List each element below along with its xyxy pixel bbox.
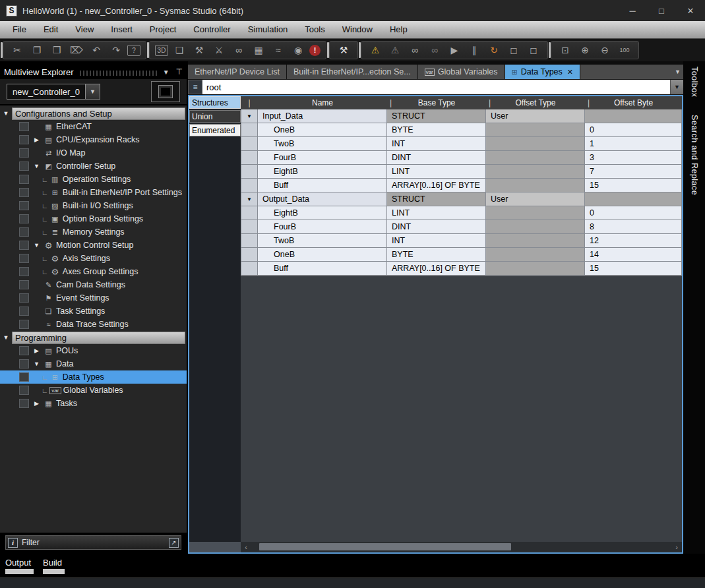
base-type-cell[interactable]: STRUCT	[387, 109, 486, 123]
base-type-cell[interactable]: STRUCT	[387, 192, 486, 206]
tree-item[interactable]: ▼ ⚙ Motion Control Setup	[0, 239, 187, 252]
offset-type-cell[interactable]	[486, 220, 585, 234]
toolbar-button[interactable]: ▶	[446, 42, 463, 58]
offset-byte-cell[interactable]: 0	[585, 206, 682, 220]
toolbar-button[interactable]: ∥	[466, 42, 483, 58]
toolbar-button[interactable]: ◉	[290, 42, 307, 58]
menu-item[interactable]: Controller	[185, 21, 239, 38]
category-tab[interactable]: Structures	[189, 96, 241, 109]
dock-tab[interactable]: Toolbox	[690, 67, 699, 98]
close-button[interactable]: ✕	[676, 0, 705, 21]
toolbar-button[interactable]: ∞	[426, 42, 443, 58]
menu-item[interactable]: Edit	[35, 21, 67, 38]
name-cell[interactable]: OneB	[258, 248, 387, 262]
base-type-cell[interactable]: BYTE	[387, 248, 486, 262]
document-tab[interactable]: EtherNet/IP Device List	[188, 65, 286, 79]
offset-byte-cell[interactable]: 14	[585, 248, 682, 262]
name-cell[interactable]: Input_Data	[258, 109, 387, 123]
tree-item[interactable]: ∟ ⚙ Axes Group Settings	[0, 265, 187, 278]
base-type-cell[interactable]: ARRAY[0..16] OF BYTE	[387, 262, 486, 276]
tree-item[interactable]: ▼ Configurations and Setup	[0, 107, 187, 120]
tree-item[interactable]: ∟ ⊞ Data Types	[0, 370, 187, 384]
category-tab[interactable]: Enumerated	[189, 124, 241, 136]
name-cell[interactable]: Output_Data	[258, 192, 387, 206]
row-expander-cell[interactable]	[241, 137, 258, 151]
toolbar-button[interactable]: ⊕	[576, 42, 594, 58]
column-header[interactable]: | Base Type	[387, 96, 486, 109]
offset-byte-cell[interactable]: 0	[585, 123, 682, 137]
tree-item[interactable]: ∟ ≣ Memory Settings	[0, 225, 187, 239]
base-type-cell[interactable]: LINT	[387, 165, 486, 179]
filter-bar[interactable]: i Filter ↗	[5, 535, 181, 550]
menu-item[interactable]: File	[4, 21, 35, 38]
row-expander-cell[interactable]	[241, 165, 258, 179]
table-row[interactable]: TwoB INT 12	[241, 234, 682, 248]
pin-icon[interactable]: ⊤	[176, 67, 183, 76]
name-cell[interactable]: Buff	[258, 262, 387, 276]
document-tab[interactable]: var Global Variables	[418, 65, 505, 79]
document-tab[interactable]: ⊞ Data Types ✕	[505, 65, 580, 79]
table-row[interactable]: EightB LINT 7	[241, 165, 682, 179]
row-expander-cell[interactable]	[241, 234, 258, 248]
tree-item[interactable]: ∟ var Global Variables	[0, 384, 187, 397]
offset-byte-cell[interactable]: 15	[585, 262, 682, 276]
row-expander-cell[interactable]	[241, 262, 258, 276]
controller-selector[interactable]: new_Controller_0 ▼	[7, 84, 100, 100]
tree-item[interactable]: ∟ ▥ Operation Settings	[0, 173, 187, 186]
tree-item[interactable]: ▼ Programming	[0, 331, 187, 344]
tab-list-dropdown-icon[interactable]: ▼	[675, 65, 681, 79]
base-type-cell[interactable]: DINT	[387, 151, 486, 165]
tree-expander-icon[interactable]: ▼	[32, 242, 42, 249]
tree-item[interactable]: ∟ ▨ Built-in I/O Settings	[0, 199, 187, 212]
toolbar-button[interactable]: ▦	[250, 42, 267, 58]
name-cell[interactable]: TwoB	[258, 234, 387, 248]
toolbar-button[interactable]: ↶	[88, 42, 105, 58]
toolbar-button[interactable]: ⚠	[386, 42, 404, 58]
scroll-right-icon[interactable]: ›	[671, 543, 682, 551]
row-expander-cell[interactable]	[241, 220, 258, 234]
tree-item[interactable]: ∟ ▣ Option Board Settings	[0, 212, 187, 225]
chevron-down-icon[interactable]: ▼	[670, 80, 683, 94]
tree-item[interactable]: ≈ Data Trace Settings	[0, 318, 187, 331]
tree-item[interactable]: ∟ ⊞ Built-in EtherNet/IP Port Settings	[0, 186, 187, 199]
toolbar-button[interactable]: 3D	[155, 45, 168, 56]
offset-type-cell[interactable]	[486, 137, 585, 151]
base-type-cell[interactable]: DINT	[387, 220, 486, 234]
offset-type-cell[interactable]: User	[486, 192, 585, 206]
tree-item[interactable]: ⚑ Event Settings	[0, 291, 187, 305]
table-row[interactable]: Buff ARRAY[0..16] OF BYTE 15	[241, 179, 682, 192]
scrollbar-track[interactable]	[251, 542, 671, 552]
menu-item[interactable]: Simulation	[239, 21, 297, 38]
toolbar-button[interactable]: ⊖	[596, 42, 613, 58]
toolbar-button[interactable]: ⚒	[335, 42, 352, 58]
toolbar-button[interactable]: ↷	[107, 42, 125, 58]
offset-type-cell[interactable]: User	[486, 109, 585, 123]
toolbar-button[interactable]: ⚔	[210, 42, 228, 58]
base-type-cell[interactable]: INT	[387, 234, 486, 248]
scroll-left-icon[interactable]: ‹	[241, 543, 251, 551]
tree-expander-icon[interactable]: ▼	[0, 110, 12, 117]
table-row[interactable]: FourB DINT 8	[241, 220, 682, 234]
toolbar-button[interactable]: ∞	[230, 42, 247, 58]
toolbar-button[interactable]: ⚠	[367, 42, 384, 58]
menu-item[interactable]: Tools	[296, 21, 333, 38]
tree-item[interactable]: ▼ ◩ Controller Setup	[0, 160, 187, 173]
menu-item[interactable]: Insert	[102, 21, 141, 38]
base-type-cell[interactable]: ARRAY[0..16] OF BYTE	[387, 179, 486, 192]
chevron-down-icon[interactable]: ▼	[85, 84, 100, 99]
toolbar-button[interactable]: ?	[127, 45, 140, 56]
dock-tab[interactable]: Search and Replace	[690, 115, 699, 195]
toolbar-button[interactable]: 100	[616, 42, 633, 58]
close-tab-icon[interactable]: ✕	[567, 68, 573, 76]
offset-type-cell[interactable]	[486, 179, 585, 192]
tree-item[interactable]: ▶ ▦ Tasks	[0, 397, 187, 410]
name-cell[interactable]: FourB	[258, 220, 387, 234]
column-header[interactable]: Name	[258, 96, 387, 109]
table-row[interactable]: OneB BYTE 14	[241, 248, 682, 262]
offset-type-cell[interactable]	[486, 262, 585, 276]
drag-handle[interactable]	[80, 71, 157, 76]
base-type-cell[interactable]: INT	[387, 137, 486, 151]
namespace-combobox[interactable]: root ▼	[202, 80, 683, 94]
table-row[interactable]: ▼ Output_Data STRUCT User	[241, 192, 682, 206]
base-type-cell[interactable]: LINT	[387, 206, 486, 220]
